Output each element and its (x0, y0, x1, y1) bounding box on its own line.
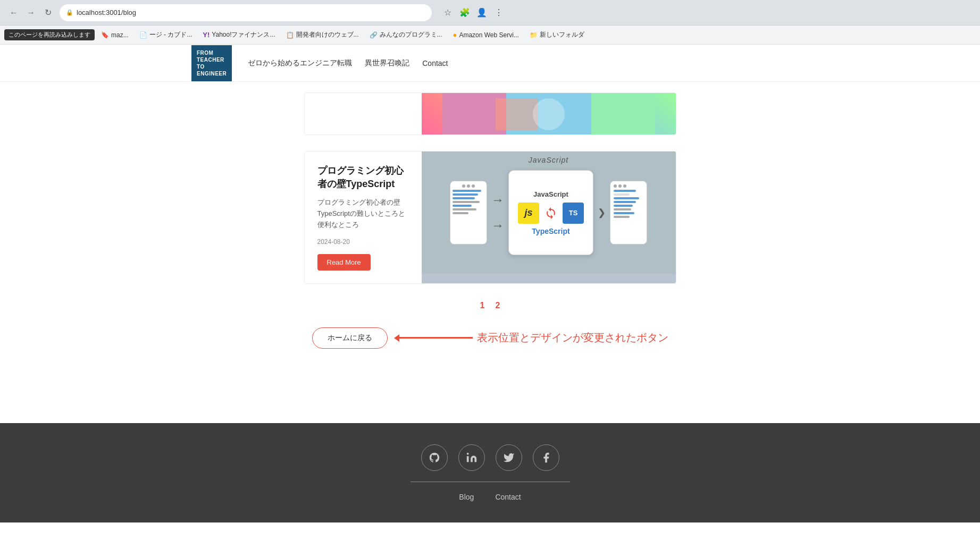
bookmark-icon-dev: 📋 (286, 31, 294, 39)
bookmark-dev[interactable]: 📋 開発者向けのウェブ... (282, 28, 363, 41)
blog-card-excerpt: プログラミング初心者の壁 TypeScriptの難しいところと便利なところ (317, 197, 409, 230)
page-content: FROM TEACHER TO ENGINEER ゼロから始めるエンジニア転職 … (0, 45, 980, 423)
bookmark-label-dev: 開発者向けのウェブ... (296, 30, 359, 39)
menu-button[interactable]: ⋮ (491, 5, 506, 20)
linkedin-icon (466, 452, 478, 463)
logo-text-3: TO (197, 64, 205, 70)
ts-icon: TS (563, 203, 584, 224)
ts-js-diagram: → → JavaScript js (450, 170, 647, 255)
javascript-center-label: JavaScript (533, 190, 568, 198)
dot2 (467, 184, 470, 188)
bookmark-star-button[interactable]: ☆ (440, 5, 455, 20)
bookmark-label-yahoo: Yahoo!ファイナンス... (212, 30, 275, 39)
aws-icon: ● (453, 31, 457, 39)
bookmark-aws[interactable]: ● Amazon Web Servi... (449, 29, 523, 41)
footer-links: Blog Contact (0, 493, 980, 501)
footer: Blog Contact (0, 423, 980, 522)
profile-button[interactable]: 👤 (474, 5, 489, 20)
logo-text: FROM (197, 50, 213, 56)
annotation-arrow: 表示位置とデザインが変更されたボタン (398, 331, 668, 345)
phone-dots-right (614, 184, 626, 188)
rline3 (614, 197, 639, 199)
top-card-content (305, 93, 422, 134)
svg-rect-3 (496, 98, 538, 130)
dot1 (462, 184, 465, 188)
arrow-right-top: → (491, 192, 504, 207)
extensions-button[interactable]: 🧩 (457, 5, 472, 20)
bookmark-icon-prog: 🔗 (370, 31, 378, 39)
code-line-5 (453, 205, 472, 207)
top-card-image (422, 93, 676, 134)
twitter-icon (503, 452, 515, 463)
rdot2 (618, 184, 622, 188)
phone-dots-left (462, 184, 475, 188)
back-button[interactable]: ← (6, 5, 21, 20)
code-line-2 (453, 193, 478, 196)
footer-blog-link[interactable]: Blog (459, 493, 474, 501)
typescript-diagram: JavaScript (422, 151, 676, 274)
site-logo[interactable]: FROM TEACHER TO ENGINEER (191, 45, 232, 81)
bookmark-maz[interactable]: 🔖 maz... (97, 29, 133, 41)
top-card-image-inner (422, 93, 676, 134)
address-bar[interactable]: 🔒 localhost:3001/blog (60, 4, 432, 21)
pagination: 1 2 (304, 300, 676, 311)
footer-icons (0, 444, 980, 471)
code-line-7 (453, 212, 468, 214)
browser-actions: ☆ 🧩 👤 ⋮ (440, 5, 506, 20)
svg-point-4 (533, 98, 565, 130)
svg-point-5 (466, 453, 468, 455)
rdot1 (614, 184, 617, 188)
twitter-button[interactable] (496, 444, 522, 471)
rline6 (614, 208, 631, 210)
center-card: JavaScript js TS TypeScript (508, 170, 593, 255)
page-1-link[interactable]: 1 (478, 300, 487, 311)
yahoo-icon: Y! (203, 31, 210, 39)
rline4 (614, 201, 636, 203)
javascript-label: JavaScript (529, 156, 568, 164)
home-button[interactable]: ホームに戻る (312, 327, 388, 349)
bookmark-folder[interactable]: 📁 新しいフォルダ (525, 28, 589, 41)
typescript-center-label: TypeScript (532, 227, 569, 235)
bookmark-prog[interactable]: 🔗 みんなのプログラミ... (365, 28, 447, 41)
main-container: プログラミング初心者の壁TypeScript プログラミング初心者の壁 Type… (304, 82, 676, 391)
rline1 (614, 190, 636, 192)
bookmarks-bar: このページを再読み込みします 🔖 maz... 📄 ージ - カブド... Y!… (0, 26, 980, 45)
footer-contact-link[interactable]: Contact (495, 493, 521, 501)
rdot3 (623, 184, 626, 188)
rline8 (614, 216, 630, 218)
top-blog-card (304, 92, 676, 135)
bookmark-yahoo[interactable]: Y! Yahoo!ファイナンス... (198, 28, 279, 41)
read-more-button[interactable]: Read More (317, 254, 371, 271)
refresh-button[interactable]: ↻ (40, 5, 55, 20)
code-line-6 (453, 208, 476, 210)
bookmark-page[interactable]: 📄 ージ - カブド... (135, 28, 197, 41)
logo-text-4: ENGINEER (197, 71, 227, 77)
bookmark-label-prog: みんなのプログラミ... (380, 30, 442, 39)
linkedin-button[interactable] (458, 444, 485, 471)
github-button[interactable] (421, 444, 448, 471)
annotation-text: 表示位置とデザインが変更されたボタン (477, 331, 668, 345)
arrow-line (398, 337, 473, 339)
arrow-right-final: ❯ (598, 207, 606, 218)
footer-bottom-spacer (0, 501, 980, 512)
bookmark-label-folder: 新しいフォルダ (540, 30, 584, 39)
lock-icon: 🔒 (66, 9, 73, 16)
facebook-button[interactable] (533, 444, 559, 471)
blog-card-title: プログラミング初心者の壁TypeScript (317, 164, 409, 191)
typescript-blog-card: プログラミング初心者の壁TypeScript プログラミング初心者の壁 Type… (304, 151, 676, 284)
nav-link-engineer[interactable]: ゼロから始めるエンジニア転職 (248, 58, 352, 68)
bookmark-icon-page: 📄 (139, 31, 147, 39)
page-2-link[interactable]: 2 (493, 300, 502, 311)
nav-link-contact[interactable]: Contact (422, 59, 448, 68)
rline7 (614, 212, 634, 214)
code-line-3 (453, 197, 475, 199)
nav-link-isekai[interactable]: 異世界召喚記 (365, 58, 409, 68)
bookmark-label-aws: Amazon Web Servi... (459, 31, 519, 39)
blog-card-image: JavaScript (422, 151, 676, 283)
forward-button[interactable]: → (23, 5, 38, 20)
cycle-icon (545, 203, 557, 224)
navbar: FROM TEACHER TO ENGINEER ゼロから始めるエンジニア転職 … (0, 45, 980, 82)
nav-links: ゼロから始めるエンジニア転職 異世界召喚記 Contact (248, 58, 448, 68)
code-line-1 (453, 190, 481, 192)
blog-card-content: プログラミング初心者の壁TypeScript プログラミング初心者の壁 Type… (305, 151, 422, 283)
